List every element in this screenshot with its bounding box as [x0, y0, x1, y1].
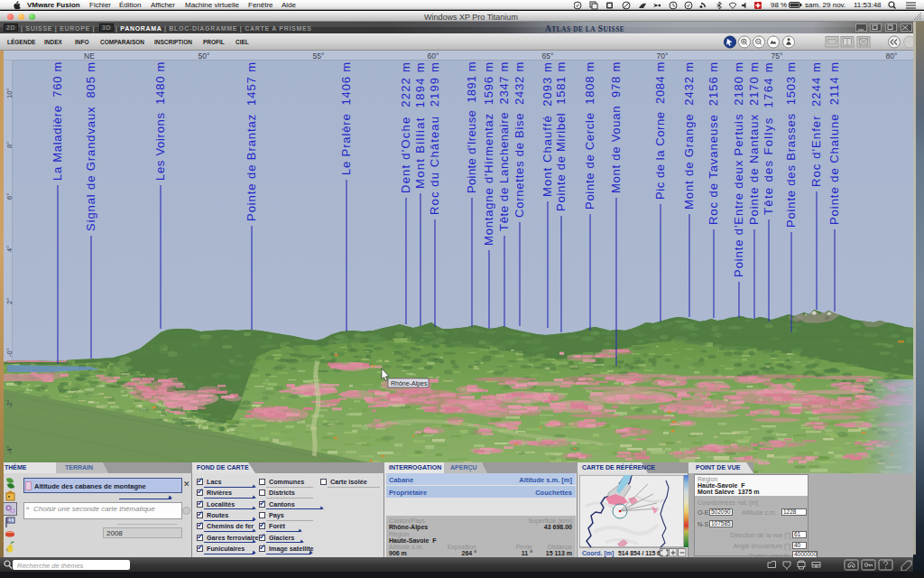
svg-text:Rhône-Alpes: Rhône-Alpes — [391, 380, 428, 387]
svg-text:13: 13 — [8, 518, 14, 523]
